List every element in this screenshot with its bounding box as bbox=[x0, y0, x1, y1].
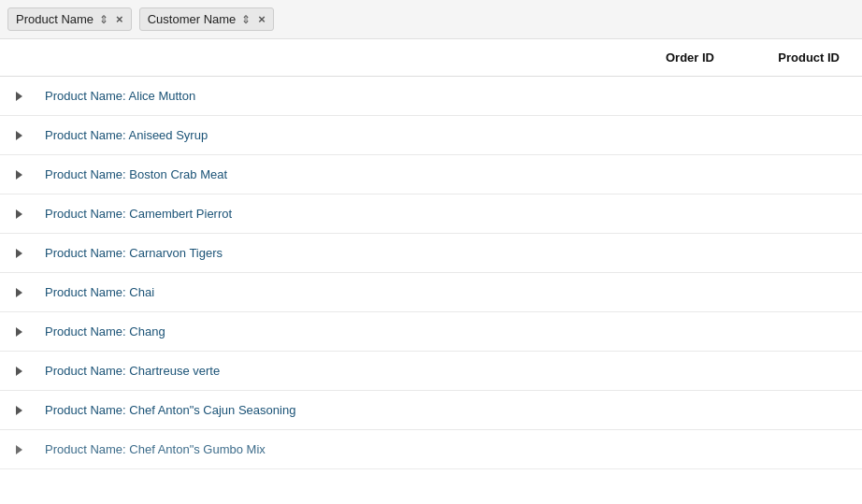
product-name-filter[interactable]: Product Name⇕× bbox=[7, 7, 132, 31]
row-expander-icon[interactable] bbox=[0, 131, 37, 140]
row-expander-icon[interactable] bbox=[0, 170, 37, 180]
row-group-label: Product Name: Chang bbox=[37, 315, 862, 348]
row-expander-icon[interactable] bbox=[0, 288, 37, 297]
product-name-filter-label: Product Name bbox=[16, 12, 93, 26]
table-row[interactable]: Product Name: Camembert Pierrot bbox=[0, 194, 862, 234]
chevron-right-icon bbox=[16, 209, 22, 219]
chevron-right-icon bbox=[16, 170, 22, 180]
chevron-right-icon bbox=[16, 367, 22, 376]
header-group-column bbox=[37, 47, 516, 68]
chevron-right-icon bbox=[16, 131, 22, 140]
table-body[interactable]: Product Name: Alice MuttonProduct Name: … bbox=[0, 77, 862, 490]
table-row[interactable]: Product Name: Chef Anton"s Gumbo Mix bbox=[0, 430, 862, 469]
column-header-product-id: Product ID bbox=[722, 47, 862, 68]
customer-name-filter-label: Customer Name bbox=[148, 12, 237, 26]
table-row[interactable]: Product Name: Chang bbox=[0, 312, 862, 352]
table-row[interactable]: Product Name: Chef Anton"s Cajun Seasoni… bbox=[0, 391, 862, 430]
row-group-label: Product Name: Alice Mutton bbox=[37, 79, 862, 112]
table-row[interactable]: Product Name: Carnarvon Tigers bbox=[0, 234, 862, 273]
table-row[interactable]: Product Name: Boston Crab Meat bbox=[0, 155, 862, 194]
row-group-label: Product Name: Carnarvon Tigers bbox=[37, 237, 862, 269]
row-expander-icon[interactable] bbox=[0, 327, 37, 337]
table-container: Order ID Product ID Product Name: Alice … bbox=[0, 39, 862, 490]
header-expander-spacer bbox=[0, 47, 37, 68]
row-group-label: Product Name: Chef Anton"s Gumbo Mix bbox=[37, 433, 862, 466]
row-group-label: Product Name: Boston Crab Meat bbox=[37, 158, 862, 191]
chevron-right-icon bbox=[16, 445, 22, 454]
row-expander-icon[interactable] bbox=[0, 445, 37, 454]
filter-bar: Product Name⇕×Customer Name⇕× bbox=[0, 0, 862, 39]
table-row[interactable]: Product Name: Chai bbox=[0, 273, 862, 312]
table-row[interactable]: Product Name: Chartreuse verte bbox=[0, 352, 862, 391]
sort-filter-icon[interactable]: ⇕ bbox=[241, 13, 251, 26]
row-group-label: Product Name: Camembert Pierrot bbox=[37, 197, 862, 230]
row-group-label: Product Name: Aniseed Syrup bbox=[37, 119, 862, 151]
chevron-right-icon bbox=[16, 92, 22, 101]
sort-filter-icon[interactable]: ⇕ bbox=[99, 13, 108, 26]
close-filter-icon[interactable]: × bbox=[116, 12, 123, 26]
close-filter-icon[interactable]: × bbox=[258, 12, 266, 26]
chevron-right-icon bbox=[16, 288, 22, 297]
row-expander-icon[interactable] bbox=[0, 249, 37, 258]
chevron-right-icon bbox=[16, 249, 22, 258]
table-row[interactable]: Product Name: Aniseed Syrup bbox=[0, 116, 862, 155]
chevron-right-icon bbox=[16, 406, 22, 415]
row-group-label: Product Name: Chartreuse verte bbox=[37, 354, 862, 387]
table-header: Order ID Product ID bbox=[0, 39, 862, 77]
row-expander-icon[interactable] bbox=[0, 209, 37, 219]
row-expander-icon[interactable] bbox=[0, 406, 37, 415]
table-row[interactable]: Product Name: Alice Mutton bbox=[0, 77, 862, 116]
row-expander-icon[interactable] bbox=[0, 367, 37, 376]
column-header-order-id: Order ID bbox=[516, 47, 722, 68]
chevron-right-icon bbox=[16, 327, 22, 337]
row-group-label: Product Name: Chai bbox=[37, 276, 862, 309]
row-group-label: Product Name: Chef Anton"s Cajun Seasoni… bbox=[37, 394, 862, 426]
row-expander-icon[interactable] bbox=[0, 92, 37, 101]
customer-name-filter[interactable]: Customer Name⇕× bbox=[139, 7, 274, 31]
